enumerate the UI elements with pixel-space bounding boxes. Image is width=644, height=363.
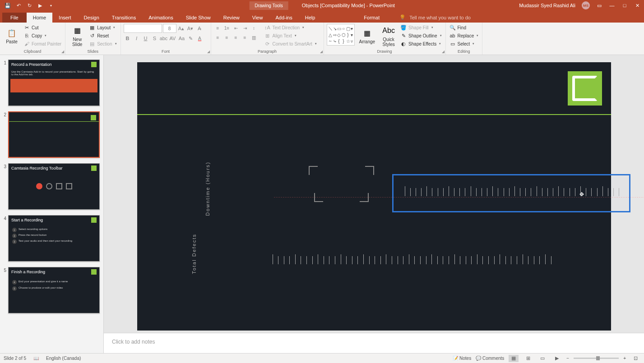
shape-star-icon[interactable]: ☆ xyxy=(346,38,350,44)
shape-right-arrow-icon[interactable]: ⇨ xyxy=(333,32,337,37)
redo-icon[interactable]: ↻ xyxy=(26,2,32,9)
tab-slideshow[interactable]: Slide Show xyxy=(180,13,217,23)
bold-button[interactable]: B xyxy=(124,34,132,42)
shape-rbrace-icon[interactable]: } xyxy=(342,38,346,44)
thumbnail-3[interactable]: 3 Camtasia Recording Toolbar xyxy=(0,162,103,214)
reset-button[interactable]: ↺Reset xyxy=(88,32,117,39)
text-direction-button[interactable]: ↕AText Direction▾ xyxy=(264,24,318,31)
notes-toggle[interactable]: 📝 Notes xyxy=(453,356,471,361)
shape-more-icon[interactable]: ▾ xyxy=(351,25,353,32)
save-icon[interactable]: 💾 xyxy=(5,2,11,9)
italic-button[interactable]: I xyxy=(133,34,141,42)
shape-arrow-icon[interactable]: ↘ xyxy=(333,25,337,32)
downtime-label[interactable]: Downtime (Hours) xyxy=(205,161,210,216)
shape-triangle-icon[interactable]: △ xyxy=(328,32,333,37)
thumbnail-panel[interactable]: 1 Record a Presentation Use the Camtasia… xyxy=(0,55,104,353)
camtasia-logo-icon[interactable] xyxy=(568,71,602,106)
undo-icon[interactable]: ↶ xyxy=(15,2,22,9)
dialog-launcher-icon[interactable]: ◢ xyxy=(61,50,64,54)
paste-button[interactable]: 📋 Paste xyxy=(3,24,21,48)
shape-curve-icon[interactable]: ～ xyxy=(328,38,333,44)
tab-transitions[interactable]: Transitions xyxy=(106,13,142,23)
slideshow-view-button[interactable]: ▶ xyxy=(552,355,562,362)
close-icon[interactable]: ✕ xyxy=(634,2,640,9)
selected-shape[interactable]: ✥ xyxy=(392,174,630,212)
shape-more2-icon[interactable]: ▾ xyxy=(351,32,353,37)
fit-to-window-button[interactable]: ⊡ xyxy=(630,355,640,362)
shape-fill-button[interactable]: 🪣Shape Fill▾ xyxy=(399,24,442,31)
shape-effects-button[interactable]: ◐Shape Effects▾ xyxy=(399,40,442,47)
replace-button[interactable]: abReplace▾ xyxy=(449,32,480,39)
shrink-font-icon[interactable]: A▾ xyxy=(186,24,195,32)
tab-format[interactable]: Format xyxy=(357,13,386,23)
zoom-slider[interactable] xyxy=(574,358,619,359)
numbering-button[interactable]: 1≡ xyxy=(223,24,231,32)
tab-insert[interactable]: Insert xyxy=(52,13,78,23)
font-color-button[interactable]: A xyxy=(196,34,204,42)
slide-counter[interactable]: Slide 2 of 5 xyxy=(4,356,26,361)
zoom-out-button[interactable]: − xyxy=(566,356,569,361)
underline-button[interactable]: U xyxy=(142,34,150,42)
ribbon-options-icon[interactable]: ▭ xyxy=(596,2,602,9)
lower-ruler-ticks[interactable] xyxy=(273,256,557,266)
start-from-beginning-icon[interactable]: ▶ xyxy=(37,2,43,9)
tab-file[interactable]: File xyxy=(2,13,27,23)
shape-more3-icon[interactable]: ▿ xyxy=(351,38,353,44)
align-center-button[interactable]: ≡ xyxy=(223,33,231,41)
tab-home[interactable]: Home xyxy=(27,13,52,23)
shadow-button[interactable]: abc xyxy=(160,34,168,42)
shape-outline-button[interactable]: ✎Shape Outline▾ xyxy=(399,32,442,39)
format-painter-button[interactable]: 🖌Format Painter xyxy=(23,40,62,47)
justify-button[interactable]: ≡ xyxy=(241,33,249,41)
increase-indent-button[interactable]: ⇥ xyxy=(241,24,249,32)
notes-pane[interactable]: Click to add notes xyxy=(104,333,644,353)
arrange-button[interactable]: ▦ Arrange xyxy=(357,24,378,48)
find-button[interactable]: 🔍Find xyxy=(449,24,480,31)
shape-lbrace-icon[interactable]: { xyxy=(337,38,341,44)
decrease-indent-button[interactable]: ⇤ xyxy=(232,24,240,32)
tab-review[interactable]: Review xyxy=(217,13,246,23)
tab-design[interactable]: Design xyxy=(78,13,106,23)
shape-line-icon[interactable]: ＼ xyxy=(328,25,333,32)
tab-help[interactable]: Help xyxy=(299,13,322,23)
crop-marks-object[interactable] xyxy=(309,166,374,202)
layout-button[interactable]: ▦Layout▾ xyxy=(88,24,117,31)
font-size-combo[interactable] xyxy=(163,24,176,33)
tab-addins[interactable]: Add-ins xyxy=(269,13,298,23)
highlight-button[interactable]: ✎ xyxy=(187,34,195,42)
user-name[interactable]: Mudassir Syed Rashid Ali xyxy=(519,3,575,8)
bullets-button[interactable]: ≡ xyxy=(214,24,222,32)
spell-check-icon[interactable]: 📖 xyxy=(33,356,39,361)
shapes-gallery[interactable]: ＼ ↘ ▭ ○ ▢ ▾ △ ⇨ ◇ ⬡ } ▾ ～ ⤷ { } ☆ ▿ xyxy=(327,24,355,46)
clear-formatting-icon[interactable]: A̶ xyxy=(195,24,204,32)
zoom-in-button[interactable]: + xyxy=(623,356,626,361)
shape-connector-icon[interactable]: ⤷ xyxy=(333,38,337,44)
columns-button[interactable]: ▥ xyxy=(250,33,258,41)
maximize-icon[interactable]: □ xyxy=(621,2,628,9)
shape-diamond-icon[interactable]: ◇ xyxy=(337,32,341,37)
align-text-button[interactable]: ⊞Align Text▾ xyxy=(264,32,318,39)
char-spacing-button[interactable]: AV xyxy=(169,34,177,42)
strikethrough-button[interactable]: S xyxy=(151,34,159,42)
grow-font-icon[interactable]: A▴ xyxy=(177,24,185,32)
tab-animations[interactable]: Animations xyxy=(142,13,179,23)
shape-roundrect-icon[interactable]: ▢ xyxy=(346,25,350,32)
dialog-launcher-icon[interactable]: ◢ xyxy=(442,50,445,54)
thumbnail-2[interactable]: 2 xyxy=(0,110,103,162)
smartart-button[interactable]: ⟳Convert to SmartArt▾ xyxy=(264,40,318,47)
dialog-launcher-icon[interactable]: ◢ xyxy=(207,50,210,54)
user-avatar[interactable]: MS xyxy=(582,1,590,9)
copy-button[interactable]: ⎘Copy▾ xyxy=(23,32,62,39)
slide-canvas-wrap[interactable]: Downtime (Hours) Total Defects xyxy=(104,55,644,333)
align-right-button[interactable]: ≡ xyxy=(232,33,240,41)
tab-view[interactable]: View xyxy=(246,13,269,23)
normal-view-button[interactable]: ▦ xyxy=(509,355,519,362)
slide-canvas[interactable]: Downtime (Hours) Total Defects xyxy=(137,62,611,331)
thumbnail-4[interactable]: 4 Start a Recording 1 Select recording o… xyxy=(0,214,103,266)
thumbnail-1[interactable]: 1 Record a Presentation Use the Camtasia… xyxy=(0,59,103,110)
shape-rect-icon[interactable]: ▭ xyxy=(337,25,341,32)
qat-dropdown-icon[interactable]: ▾ xyxy=(48,2,54,9)
select-button[interactable]: ▭Select▾ xyxy=(449,40,480,47)
dialog-launcher-icon[interactable]: ◢ xyxy=(320,50,323,54)
quick-styles-button[interactable]: Abc Quick Styles xyxy=(380,24,398,48)
